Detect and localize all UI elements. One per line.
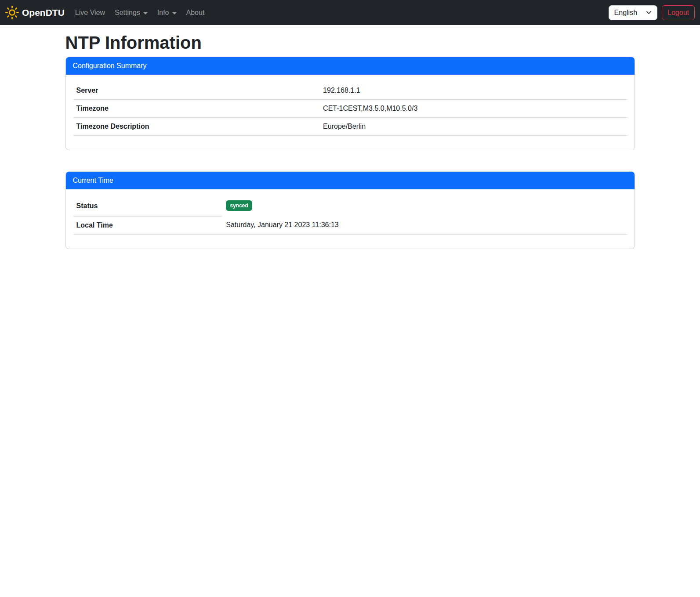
- status-badge: synced: [226, 200, 252, 211]
- row-label: Timezone Description: [73, 118, 320, 136]
- configuration-summary-table: Server192.168.1.1TimezoneCET-1CEST,M3.5.…: [73, 82, 627, 136]
- row-value: Saturday, January 21 2023 11:36:13: [222, 216, 627, 234]
- nav-item-label: Settings: [115, 9, 140, 17]
- nav-item-live-view[interactable]: Live View: [72, 5, 109, 20]
- row-label: Server: [73, 82, 320, 100]
- nav-item-label: Live View: [75, 9, 105, 17]
- nav-item-info[interactable]: Info: [154, 5, 180, 20]
- brand-label: OpenDTU: [22, 7, 65, 18]
- table-row: Timezone DescriptionEurope/Berlin: [73, 118, 627, 136]
- table-row: Local TimeSaturday, January 21 2023 11:3…: [73, 216, 627, 234]
- current-time-body: StatussyncedLocal TimeSaturday, January …: [66, 189, 635, 249]
- row-label: Timezone: [73, 100, 320, 118]
- page-title: NTP Information: [65, 32, 635, 53]
- sun-icon: [5, 6, 19, 19]
- navbar-right: English Logout: [609, 5, 695, 20]
- configuration-summary-body: Server192.168.1.1TimezoneCET-1CEST,M3.5.…: [66, 75, 635, 150]
- current-time-header: Current Time: [66, 172, 635, 189]
- row-label: Status: [73, 196, 223, 216]
- caret-down-icon: [172, 12, 177, 14]
- nav-item-settings[interactable]: Settings: [111, 5, 151, 20]
- brand-link[interactable]: OpenDTU: [5, 6, 65, 19]
- main-content: NTP Information Configuration Summary Se…: [65, 25, 635, 249]
- nav-item-about[interactable]: About: [183, 5, 208, 20]
- caret-down-icon: [143, 12, 148, 14]
- current-time-card: Current Time StatussyncedLocal TimeSatur…: [65, 171, 635, 249]
- row-value: synced: [222, 196, 627, 216]
- nav-menu: Live ViewSettingsInfoAbout: [72, 5, 211, 20]
- table-row: Statussynced: [73, 196, 627, 216]
- navbar: OpenDTU Live ViewSettingsInfoAbout Engli…: [0, 0, 700, 25]
- table-row: Server192.168.1.1: [73, 82, 627, 100]
- row-label: Local Time: [73, 216, 223, 234]
- table-row: TimezoneCET-1CEST,M3.5.0,M10.5.0/3: [73, 100, 627, 118]
- nav-item-label: Info: [157, 9, 169, 17]
- row-value: Europe/Berlin: [319, 118, 627, 136]
- configuration-summary-card: Configuration Summary Server192.168.1.1T…: [65, 57, 635, 150]
- language-select[interactable]: English: [609, 5, 657, 20]
- row-value: CET-1CEST,M3.5.0,M10.5.0/3: [319, 100, 627, 118]
- configuration-summary-header: Configuration Summary: [66, 57, 635, 75]
- row-value: 192.168.1.1: [319, 82, 627, 100]
- language-select-value: English: [614, 9, 637, 17]
- logout-button[interactable]: Logout: [662, 5, 695, 20]
- chevron-down-icon: [646, 10, 652, 15]
- nav-item-label: About: [186, 9, 205, 17]
- current-time-table: StatussyncedLocal TimeSaturday, January …: [73, 196, 627, 235]
